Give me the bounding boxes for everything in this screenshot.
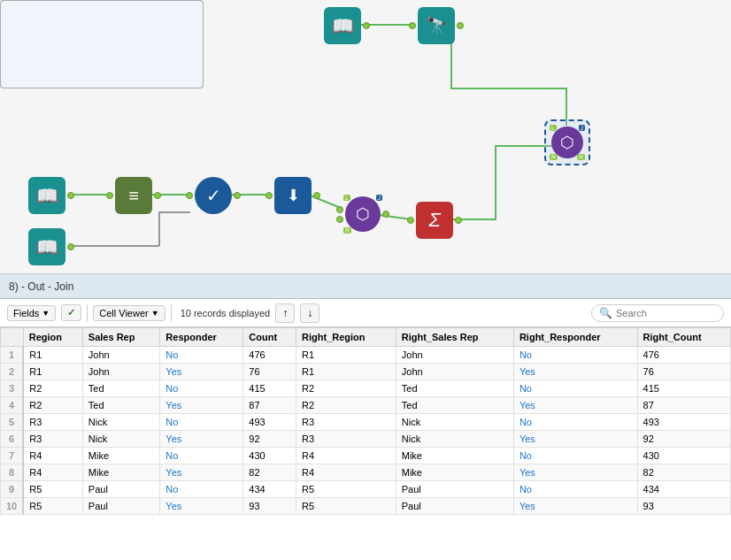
cell-sales-rep: Nick [82, 414, 160, 431]
table-row: 10R5PaulYes93R5PaulYes93 [1, 498, 731, 515]
cell-right-responder: No [513, 448, 637, 464]
cell-sales-rep: John [82, 347, 160, 364]
table-row: 5R3NickNo493R3NickNo493 [1, 414, 731, 431]
cell-responder: Yes [160, 364, 243, 380]
cell-rownum: 10 [1, 498, 24, 515]
cell-right-count: 434 [637, 481, 730, 498]
cell-right-sales-rep: Nick [396, 414, 513, 431]
status-bar: 8) - Out - Join [0, 274, 731, 299]
cell-sales-rep: Paul [82, 481, 160, 498]
sort-down-button[interactable]: ↓ [300, 303, 319, 323]
cell-count: 82 [243, 464, 296, 481]
node-binoculars[interactable]: 🔭 [409, 7, 464, 44]
cell-right-sales-rep: Nick [396, 431, 513, 448]
col-responder[interactable]: Responder [160, 328, 243, 347]
col-count[interactable]: Count [243, 328, 296, 347]
cell-count: 493 [243, 414, 296, 431]
cell-right-responder: Yes [513, 431, 637, 448]
cell-count: 92 [243, 431, 296, 448]
cell-right-responder: No [513, 380, 637, 397]
node-filter[interactable]: ⬇ [265, 177, 320, 214]
check-button[interactable]: ✓ [61, 304, 81, 321]
cell-sales-rep: Nick [82, 431, 160, 448]
cell-right-count: 430 [637, 448, 730, 464]
cell-count: 87 [243, 397, 296, 414]
cell-region: R1 [23, 364, 82, 380]
cell-region: R3 [23, 431, 82, 448]
arrow-up-icon: ↑ [282, 307, 288, 319]
cell-region: R5 [23, 498, 82, 515]
cell-region: R5 [23, 481, 82, 498]
cell-responder: Yes [160, 397, 243, 414]
node-sum[interactable]: Σ [407, 202, 462, 239]
col-sales-rep[interactable]: Sales Rep [82, 328, 160, 347]
cell-right-sales-rep: Paul [396, 481, 513, 498]
chevron-down-icon: ▼ [42, 309, 50, 318]
table-body: 1R1JohnNo476R1JohnNo4762R1JohnYes76R1Joh… [1, 347, 731, 515]
col-right-responder[interactable]: Right_Responder [513, 328, 637, 347]
cell-right-responder: Yes [513, 498, 637, 515]
cell-region: R2 [23, 397, 82, 414]
cell-right-count: 93 [637, 498, 730, 515]
node-book-top[interactable]: 📖 [324, 7, 370, 44]
cell-right-responder: Yes [513, 364, 637, 380]
node-join-main[interactable]: ⬡ L J R [336, 196, 389, 232]
table-row: 3R2TedNo415R2TedNo415 [1, 380, 731, 397]
table-row: 4R2TedYes87R2TedYes87 [1, 397, 731, 414]
cell-count: 76 [243, 364, 296, 380]
node-list[interactable]: ≡ [106, 177, 161, 214]
cell-sales-rep: Ted [82, 397, 160, 414]
col-right-sales-rep[interactable]: Right_Sales Rep [396, 328, 513, 347]
cell-right-count: 82 [637, 464, 730, 481]
cell-right-region: R3 [296, 414, 396, 431]
workflow-canvas[interactable]: 📖 🔭 ⬡ L J R R 📖 ≡ ✓ ⬇ [0, 0, 731, 274]
cell-region: R4 [23, 464, 82, 481]
cell-rownum: 5 [1, 414, 24, 431]
cell-responder: No [160, 448, 243, 464]
cell-count: 93 [243, 498, 296, 515]
cell-right-sales-rep: Ted [396, 397, 513, 414]
cell-responder: No [160, 481, 243, 498]
col-right-count[interactable]: Right_Count [637, 328, 730, 347]
search-box[interactable]: 🔍 [591, 304, 724, 322]
table-row: 1R1JohnNo476R1JohnNo476 [1, 347, 731, 364]
records-count: 10 records displayed [181, 308, 271, 318]
cell-responder: Yes [160, 498, 243, 515]
cell-right-region: R4 [296, 448, 396, 464]
node-book-main[interactable]: 📖 [28, 177, 74, 214]
cell-viewer-label: Cell Viewer [99, 308, 148, 318]
cell-right-sales-rep: John [396, 364, 513, 380]
cell-viewer-dropdown[interactable]: Cell Viewer ▼ [93, 305, 165, 321]
divider2 [171, 304, 172, 322]
cell-right-region: R5 [296, 498, 396, 515]
cell-right-responder: No [513, 414, 637, 431]
fields-dropdown[interactable]: Fields ▼ [7, 305, 56, 321]
node-check[interactable]: ✓ [186, 177, 241, 214]
cell-right-region: R2 [296, 397, 396, 414]
col-region[interactable]: Region [23, 328, 82, 347]
cell-right-count: 87 [637, 397, 730, 414]
node-book-bottom[interactable]: 📖 [28, 228, 74, 265]
search-input[interactable] [616, 308, 722, 318]
cell-right-responder: Yes [513, 397, 637, 414]
cell-region: R4 [23, 448, 82, 464]
check-icon: ✓ [67, 307, 75, 318]
cell-responder: Yes [160, 431, 243, 448]
sort-up-button[interactable]: ↑ [275, 303, 295, 323]
cell-right-region: R2 [296, 380, 396, 397]
cell-right-region: R5 [296, 481, 396, 498]
col-rownum [1, 328, 24, 347]
table-row: 8R4MikeYes82R4MikeYes82 [1, 464, 731, 481]
table-row: 7R4MikeNo430R4MikeNo430 [1, 448, 731, 464]
cell-right-responder: Yes [513, 464, 637, 481]
data-table: Region Sales Rep Responder Count Right_R… [0, 327, 731, 515]
cell-right-responder: No [513, 481, 637, 498]
cell-rownum: 9 [1, 481, 24, 498]
cell-sales-rep: Paul [82, 498, 160, 515]
cell-right-sales-rep: Ted [396, 380, 513, 397]
table-row: 2R1JohnYes76R1JohnYes76 [1, 364, 731, 380]
node-join-top[interactable]: ⬡ L J R R [544, 119, 590, 165]
cell-right-sales-rep: Paul [396, 498, 513, 515]
col-right-region[interactable]: Right_Region [296, 328, 396, 347]
table-row: 9R5PaulNo434R5PaulNo434 [1, 481, 731, 498]
